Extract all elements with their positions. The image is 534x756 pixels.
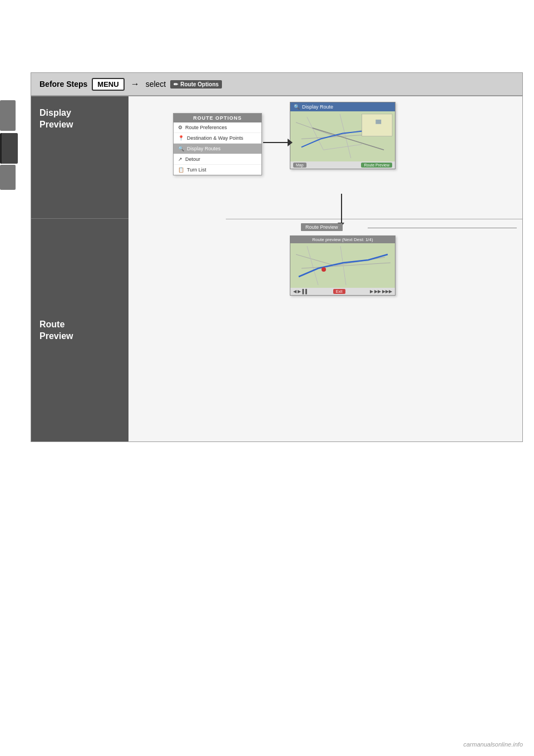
exit-btn[interactable]: Exit xyxy=(333,289,345,294)
content-box: Display Preview Route Preview ROUTE OPTI… xyxy=(31,96,523,442)
item-icon-5: 📋 xyxy=(178,167,184,173)
before-steps-label: Before Steps xyxy=(39,80,87,89)
item-icon-4: ↗ xyxy=(178,156,182,162)
route-options-item-2[interactable]: 📍 Destination & Way Points xyxy=(174,133,261,144)
right-h-line xyxy=(368,228,517,228)
svg-rect-9 xyxy=(375,120,381,124)
route-options-badge[interactable]: ✏ Route Options xyxy=(170,80,222,89)
display-preview-section: Display Preview xyxy=(31,96,128,219)
label-column: Display Preview Route Preview xyxy=(31,96,128,441)
sidebar-tab-active[interactable] xyxy=(0,133,18,164)
route-options-item-4[interactable]: ↗ Detour xyxy=(174,154,261,165)
item-icon-2: 📍 xyxy=(178,135,184,141)
route-options-panel: ROUTE OPTIONS ⚙ Route Preferences 📍 Dest… xyxy=(173,113,262,175)
connector-arrowhead1 xyxy=(288,139,293,146)
select-text: select xyxy=(146,80,166,89)
before-steps-bar: Before Steps MENU → select ✏ Route Optio… xyxy=(31,72,523,96)
arrow-icon: → xyxy=(131,79,140,89)
route-preview-title: Route Preview xyxy=(39,319,120,342)
map-btn[interactable]: Map xyxy=(293,163,306,168)
route-preview-screen: Route preview (Next Dest: 1/4) xyxy=(290,235,395,296)
route-preview-section: Route Preview xyxy=(31,219,128,441)
route-options-item-1[interactable]: ⚙ Route Preferences xyxy=(174,122,261,133)
item-icon-1: ⚙ xyxy=(178,125,182,130)
section-divider xyxy=(226,219,522,219)
sidebar-tab-1[interactable] xyxy=(0,100,16,131)
main-content: Before Steps MENU → select ✏ Route Optio… xyxy=(31,72,523,700)
route-options-header: ROUTE OPTIONS xyxy=(174,114,261,122)
route-preview-screen-header: Route preview (Next Dest: 1/4) xyxy=(290,236,395,243)
display-preview-title: Display Preview xyxy=(39,107,120,131)
svg-point-16 xyxy=(322,267,326,272)
route-preview-bar: ◀ ▶ ▌▌ Exit ▶ ▶▶ ▶▶▶ xyxy=(290,288,395,295)
item-icon-3: 🔍 xyxy=(178,146,184,151)
display-route-search-icon: 🔍 xyxy=(294,104,300,110)
route-preview-label-box: Route Preview xyxy=(301,223,343,231)
display-route-screen: 🔍 Display Route xyxy=(290,102,395,169)
display-route-map xyxy=(290,111,395,161)
menu-button[interactable]: MENU xyxy=(92,78,124,91)
svg-rect-8 xyxy=(362,114,392,136)
route-options-item-3[interactable]: 🔍 Display Routes xyxy=(174,144,261,154)
pencil-icon: ✏ xyxy=(174,81,178,87)
route-options-item-5[interactable]: 📋 Turn List xyxy=(174,165,261,175)
sidebar-tab-3[interactable] xyxy=(0,165,16,190)
connector-h1 xyxy=(263,142,290,143)
route-preview-btn[interactable]: Route Preview xyxy=(361,163,392,168)
watermark: carmanualsonline.info xyxy=(463,741,523,748)
diagram-column: ROUTE OPTIONS ⚙ Route Preferences 📍 Dest… xyxy=(128,96,522,441)
connector-v1 xyxy=(341,194,342,224)
route-preview-map xyxy=(290,243,395,288)
display-route-bar: Map Route Preview xyxy=(290,161,395,169)
display-route-header: 🔍 Display Route xyxy=(290,102,395,111)
sidebar xyxy=(0,100,31,190)
